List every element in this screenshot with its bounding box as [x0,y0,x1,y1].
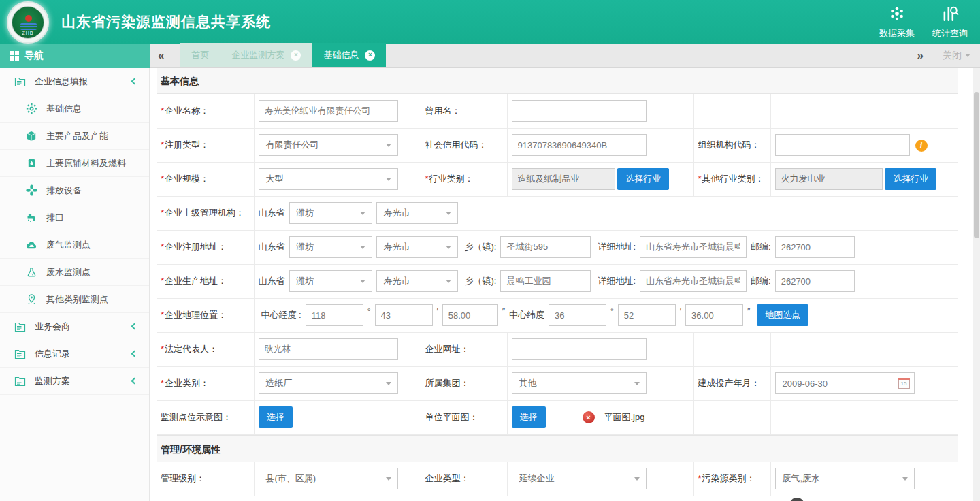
tab-home[interactable]: 首页 [180,43,220,67]
group-label: 所属集团： [425,378,470,388]
folder-icon [14,349,26,359]
fuel-icon [25,158,37,169]
sidebar: 企业信息填报 基础信息 主要产品及产能 主要原辅材料及燃料 排放设备 排口 废气… [0,68,150,501]
group-select[interactable]: 其他 [512,372,647,394]
sidebar-item-waste-water-monitoring[interactable]: 废水监测点 [0,259,149,286]
company-name-input[interactable] [259,100,398,122]
chevron-down-icon [386,477,391,481]
delete-file-icon[interactable]: × [583,411,595,423]
enterprise-type-label: 企业类型： [425,473,470,483]
calendar-icon[interactable]: 15 [898,378,910,389]
company-category-label: 企业类别： [165,378,209,388]
tab-scroll-right-icon[interactable]: » [911,44,930,67]
sidebar-group-business-consult[interactable]: 业务会商 [0,313,149,340]
select-sketch-button[interactable]: 选择 [259,406,293,428]
sidebar-group-enterprise-info[interactable]: 企业信息填报 [0,68,149,95]
nav-title: 导航 [24,50,44,62]
scale-select[interactable]: 大型 [259,168,398,190]
prod-address-city-select[interactable]: 潍坊 [289,270,372,292]
chevron-down-icon [386,144,391,147]
reg-type-select[interactable]: 有限责任公司 [259,134,398,156]
sidebar-item-raw-materials-fuel[interactable]: 主要原辅材料及燃料 [0,150,149,177]
reg-address-city-select[interactable]: 潍坊 [289,236,372,258]
section-basic-info: 基本信息 [157,68,958,94]
parent-org-label: 企业上级管理机构： [165,208,244,218]
chevron-down-icon [965,54,970,57]
latitude-sec-input[interactable] [685,304,743,326]
company-category-select[interactable]: 造纸厂 [259,372,398,394]
table-row: 监测点位示意图： 选择 单位平面图： 选择 × 平面图.jpg [157,400,958,434]
sidebar-item-outlets[interactable]: 排口 [0,204,149,231]
prod-address-zip-input[interactable] [775,270,855,292]
select-industry-button[interactable]: 选择行业 [617,168,669,190]
tab-enterprise-monitoring-plan[interactable]: 企业监测方案 × [220,43,312,67]
pollution-type-select[interactable]: 废气,废水 [775,468,915,489]
enterprise-type-select[interactable]: 延续企业 [512,468,647,489]
nav-header[interactable]: 导航 [0,44,150,68]
table-row: *企业生产地址： 山东省 潍坊 寿光市 乡（镇): 详细地址: 邮编: [157,264,958,298]
chevron-left-icon [131,78,138,85]
reg-address-detail-input[interactable] [640,236,747,258]
unit-plan-label: 单位平面图： [425,412,478,422]
reg-address-county-select[interactable]: 寿光市 [376,236,458,258]
org-code-input[interactable] [775,134,910,156]
legal-rep-input[interactable] [259,338,398,360]
tab-scroll-left-icon[interactable]: « [151,44,171,67]
former-name-label: 曾用名： [425,106,461,116]
town-label: 乡（镇): [465,275,497,287]
longitude-sec-input[interactable] [442,304,498,326]
latitude-min-input[interactable] [618,304,676,326]
dots-cluster-icon [888,5,906,25]
table-row: *企业名称： 曾用名： [157,94,958,128]
production-date-input[interactable]: 2009-06-3015 [775,372,915,394]
help-icon[interactable] [789,498,804,501]
longitude-min-input[interactable] [375,304,433,326]
parent-org-county-select[interactable]: 寿光市 [376,202,458,224]
reg-address-zip-input[interactable] [775,236,855,258]
sidebar-item-main-products[interactable]: 主要产品及产能 [0,123,149,150]
vertical-scrollbar[interactable] [973,68,980,501]
scrollbar-thumb[interactable] [974,92,979,238]
sidebar-group-info-records[interactable]: 信息记录 [0,340,149,368]
chevron-left-icon [131,323,138,330]
mgmt-level-select[interactable]: 县(市、区属) [259,468,398,489]
map-pick-button[interactable]: 地图选点 [757,304,808,326]
close-icon[interactable]: × [365,50,375,61]
table-row: *企业规模： 大型 *行业类别： 选择行业 *其他行业类别： 选择行业 [157,162,958,196]
sidebar-item-other-monitoring[interactable]: 其他类别监测点 [0,286,149,313]
uploaded-file-name: 平面图.jpg [604,411,645,423]
latitude-deg-input[interactable] [549,304,606,326]
cube-icon [25,131,37,142]
sidebar-group-monitoring-plan[interactable]: 监测方案 [0,368,149,395]
prod-address-town-input[interactable] [500,270,591,292]
statistics-query-button[interactable]: 统计查询 [932,5,968,39]
data-collection-button[interactable]: 数据采集 [879,5,915,39]
close-menu-button[interactable]: 关闭 [943,50,970,62]
folder-icon [14,321,26,332]
prod-address-detail-input[interactable] [640,270,747,292]
table-row: *企业地理位置： 中心经度 : ° ′ ″ 中心纬度 ° ′ ″ 地图选点 [157,298,958,332]
chevron-left-icon [131,351,138,357]
chevron-left-icon [131,378,138,385]
select-other-industry-button[interactable]: 选择行业 [885,168,936,190]
sidebar-item-discharge-equipment[interactable]: 排放设备 [0,177,149,204]
detail-address-label: 详细地址: [598,275,636,287]
tab-basic-info[interactable]: 基础信息 × [312,43,386,67]
geo-label: 企业地理位置： [165,310,227,320]
website-input[interactable] [512,338,647,360]
info-icon[interactable]: i [915,140,928,152]
reg-address-town-input[interactable] [500,236,591,258]
parent-org-city-select[interactable]: 潍坊 [289,202,372,224]
longitude-deg-input[interactable] [306,304,363,326]
select-plan-button[interactable]: 选择 [512,406,546,428]
fan-icon [25,184,37,196]
outfall-icon [25,212,37,223]
close-icon[interactable]: × [291,50,301,61]
credit-code-input[interactable] [512,134,647,156]
former-name-input[interactable] [512,100,647,122]
sidebar-item-basic-info[interactable]: 基础信息 [0,95,149,123]
chevron-down-icon [360,212,365,215]
town-label: 乡（镇): [465,241,497,253]
prod-address-county-select[interactable]: 寿光市 [376,270,458,292]
sidebar-item-waste-gas-monitoring[interactable]: 废气监测点 [0,231,149,259]
